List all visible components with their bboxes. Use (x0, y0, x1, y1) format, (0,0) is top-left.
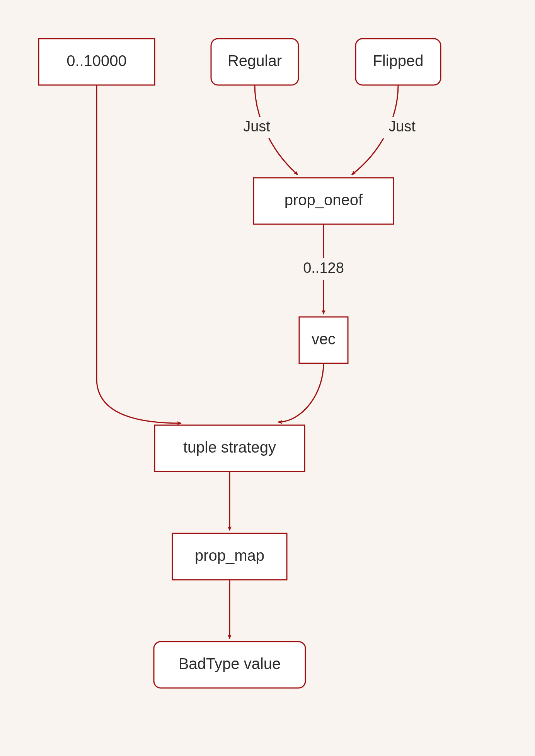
strategy-diagram: 0..10000 Regular Flipped prop_oneof vec … (0, 0, 535, 756)
node-prop-map-label: prop_map (195, 547, 264, 564)
node-vec-label: vec (312, 330, 336, 347)
edge-flipped-to-oneof-label: Just (388, 118, 416, 135)
node-range-label: 0..10000 (66, 52, 127, 69)
edge-vec-to-tuple (278, 363, 324, 422)
node-regular-label: Regular (228, 52, 282, 69)
edge-oneof-to-vec-label: 0..128 (303, 260, 344, 276)
node-badtype-value-label: BadType value (179, 655, 281, 672)
node-flipped-label: Flipped (373, 52, 423, 69)
node-tuple-strategy-label: tuple strategy (183, 439, 276, 456)
edge-range-to-tuple (97, 85, 181, 423)
node-prop-oneof-label: prop_oneof (285, 191, 363, 208)
edge-regular-to-oneof-label: Just (243, 118, 270, 135)
